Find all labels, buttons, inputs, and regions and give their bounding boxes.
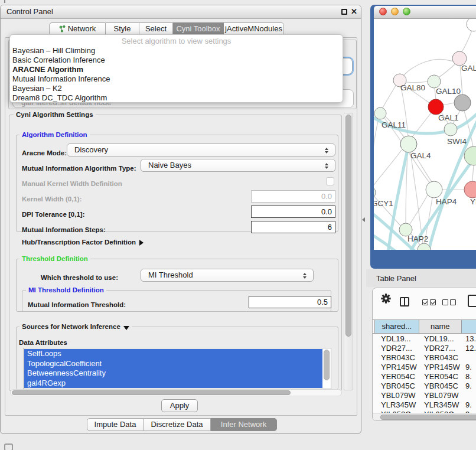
minimize-traffic-light[interactable] bbox=[391, 8, 399, 15]
settings-group-title: Cyni Algorithm Settings bbox=[14, 110, 96, 119]
dropdown-item[interactable]: ARACNE Algorithm bbox=[12, 65, 340, 74]
attribute-item[interactable]: SelfLoops bbox=[24, 349, 322, 359]
attributes-scrollbar[interactable] bbox=[324, 350, 330, 381]
network-canvas[interactable]: GAL7GAL80GAL10GAL1GAL11SWI4GAL4GCY1HAP4Y… bbox=[374, 19, 476, 250]
table-cell: YBR043C bbox=[424, 353, 458, 363]
tab-cyni-toolbox[interactable]: Cyni Toolbox bbox=[173, 22, 224, 35]
close-traffic-light[interactable] bbox=[379, 8, 387, 15]
dropdown-item[interactable]: Bayesian – Hill Climbing bbox=[12, 46, 340, 56]
network-edge[interactable] bbox=[403, 59, 453, 76]
table-cell: YER054C bbox=[424, 372, 458, 381]
network-edge[interactable] bbox=[409, 195, 428, 225]
mi-steps-label: Mutual Information Steps: bbox=[22, 224, 106, 233]
kernel-width-input[interactable]: 0.0 bbox=[251, 190, 335, 203]
apply-button[interactable]: Apply bbox=[161, 399, 198, 412]
network-node[interactable] bbox=[467, 19, 476, 31]
attribute-item[interactable]: gal4RGexp bbox=[24, 379, 322, 389]
combo-arrows-icon bbox=[303, 273, 307, 279]
network-icon bbox=[59, 25, 66, 32]
network-node[interactable] bbox=[374, 107, 386, 119]
network-node-label: GAL4 bbox=[410, 151, 431, 160]
network-edge-thick[interactable] bbox=[374, 209, 420, 250]
table-row[interactable]: YPR145WYPR145W9. bbox=[373, 363, 476, 372]
table-horizontal-scrollbar[interactable] bbox=[373, 413, 476, 421]
network-edge[interactable] bbox=[472, 165, 474, 181]
algorithm-definition-title: Algorithm Definition bbox=[19, 131, 90, 139]
table-row[interactable]: YBR045CYBR045C9. bbox=[373, 381, 476, 391]
network-node[interactable] bbox=[444, 123, 457, 136]
network-node[interactable] bbox=[426, 181, 442, 198]
dropdown-item[interactable]: Basic Correlation Inference bbox=[12, 56, 340, 65]
close-icon[interactable]: ✕ bbox=[351, 7, 357, 16]
network-edge[interactable] bbox=[382, 86, 396, 109]
table-row[interactable]: YBL079WYBL079W bbox=[373, 391, 476, 400]
network-node[interactable] bbox=[400, 136, 417, 152]
tab-infer-network[interactable]: Infer Network bbox=[211, 418, 277, 431]
tab-style[interactable]: Style bbox=[106, 22, 139, 35]
network-edge[interactable] bbox=[406, 81, 428, 82]
network-node[interactable] bbox=[454, 94, 471, 111]
tab-impute-data[interactable]: Impute Data bbox=[87, 418, 144, 431]
control-panel-titlebar[interactable]: Control Panel ✕ bbox=[1, 5, 361, 19]
table-row[interactable]: YLR345WYLR345W9. bbox=[373, 400, 476, 410]
manual-kernel-checkbox[interactable] bbox=[326, 177, 334, 185]
table-cell: YBL079W bbox=[424, 391, 459, 400]
network-edge[interactable] bbox=[374, 150, 402, 187]
network-edge[interactable] bbox=[374, 119, 379, 186]
network-edge[interactable] bbox=[461, 31, 472, 53]
table-row[interactable]: YDL19...YDL19...13... bbox=[373, 334, 476, 344]
network-node[interactable] bbox=[428, 99, 444, 115]
dropdown-prompt: Select algorithm to view settings bbox=[10, 37, 343, 45]
column-header-shared[interactable]: shared... bbox=[374, 320, 419, 333]
aracne-mode-combo[interactable]: Discovery bbox=[67, 144, 335, 156]
table-row[interactable]: YBR043CYBR043C bbox=[373, 353, 476, 363]
deselect-all-icon[interactable] bbox=[442, 299, 456, 305]
columns-icon[interactable] bbox=[400, 297, 409, 306]
table-cell: 13... bbox=[465, 334, 476, 344]
table-rows: YDL19...YDL19...13...YDR27...YDR27...12.… bbox=[373, 334, 476, 419]
column-header-name[interactable]: name bbox=[419, 320, 462, 333]
select-all-icon[interactable] bbox=[422, 299, 436, 305]
network-edge[interactable] bbox=[443, 103, 455, 105]
network-window-titlebar[interactable] bbox=[374, 6, 476, 19]
tab-select[interactable]: Select bbox=[139, 22, 173, 35]
network-node[interactable] bbox=[428, 75, 441, 88]
hub-definition-label[interactable]: Hub/Transcription Factor Definition bbox=[22, 236, 144, 246]
expand-right-icon bbox=[139, 240, 144, 246]
tab-jactivemnodules[interactable]: jActiveMNodules bbox=[224, 22, 284, 35]
dropdown-item[interactable]: Mutual Information Inference bbox=[12, 74, 340, 84]
attribute-item[interactable]: TopologicalCoefficient bbox=[24, 359, 322, 369]
float-window-icon[interactable] bbox=[341, 9, 347, 15]
dropdown-item[interactable]: Dream8 DC_TDC Algorithm bbox=[12, 93, 340, 103]
table-row[interactable]: YER054CYER054C8. bbox=[373, 372, 476, 381]
settings-horizontal-scrollbar[interactable] bbox=[10, 389, 342, 396]
splitter-collapse-icon[interactable] bbox=[362, 217, 365, 222]
sources-title[interactable]: Sources for Network Inference bbox=[19, 322, 132, 331]
kernel-width-label: Kernel Width (0,1): bbox=[22, 193, 81, 203]
tab-network[interactable]: Network bbox=[49, 22, 106, 35]
mi-threshold-input[interactable]: 0.5 bbox=[249, 296, 331, 308]
network-view-window: GAL7GAL80GAL10GAL1GAL11SWI4GAL4GCY1HAP4Y… bbox=[370, 5, 476, 269]
export-table-icon[interactable] bbox=[468, 295, 476, 307]
data-attributes-list[interactable]: SelfLoopsTopologicalCoefficientBetweenne… bbox=[23, 348, 331, 389]
table-row[interactable]: YDR27...YDR27...12... bbox=[373, 344, 476, 353]
mi-threshold-label: Mutual Information Threshold: bbox=[28, 299, 126, 308]
gear-icon[interactable] bbox=[381, 294, 391, 306]
dpi-tolerance-input[interactable]: 0.0 bbox=[251, 206, 335, 218]
zoom-traffic-light[interactable] bbox=[403, 8, 410, 15]
which-threshold-combo[interactable]: MI Threshold bbox=[141, 269, 314, 282]
network-node-label: HAP2 bbox=[407, 234, 428, 243]
dropdown-item[interactable]: Bayesian – K2 bbox=[12, 84, 340, 93]
column-header-3[interactable] bbox=[462, 320, 476, 333]
mi-steps-input[interactable]: 6 bbox=[251, 221, 335, 233]
network-edge[interactable] bbox=[438, 64, 455, 78]
mi-type-combo[interactable]: Naive Bayes bbox=[141, 159, 335, 172]
tab-discretize-data[interactable]: Discretize Data bbox=[144, 418, 211, 431]
network-node[interactable] bbox=[464, 181, 476, 198]
attribute-item[interactable]: BetweennessCentrality bbox=[24, 369, 322, 379]
network-node-label: SWI4 bbox=[447, 137, 467, 146]
network-node[interactable] bbox=[464, 146, 476, 165]
minimized-panel-icon[interactable] bbox=[4, 444, 13, 450]
settings-vertical-scrollbar[interactable] bbox=[344, 113, 353, 390]
data-attributes-label: Data Attributes bbox=[19, 337, 67, 346]
